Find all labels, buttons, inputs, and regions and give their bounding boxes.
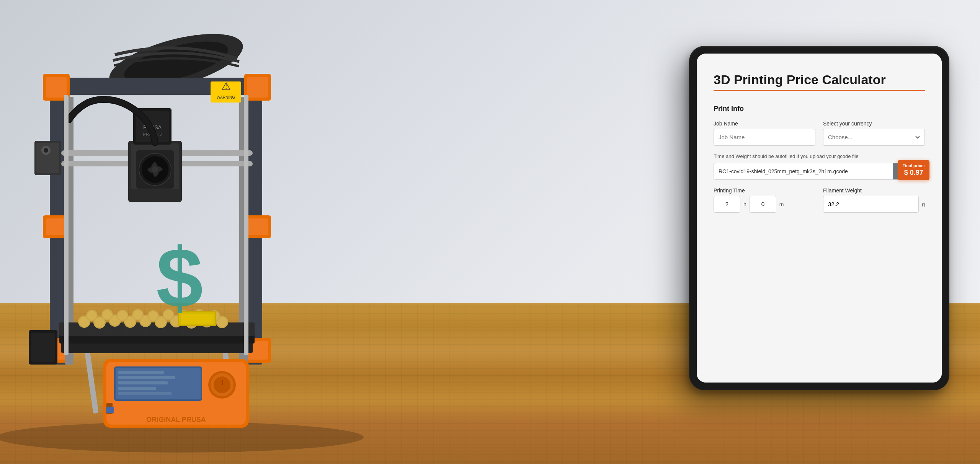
weight-input[interactable]: [823, 196, 919, 213]
svg-point-74: [103, 310, 112, 319]
currency-label: Select your currency: [823, 120, 925, 127]
filament-weight-group: Filament Weight g: [823, 187, 925, 213]
svg-rect-110: [106, 407, 114, 413]
svg-rect-11: [46, 218, 67, 235]
section-title: Print Info: [714, 105, 925, 113]
job-name-label: Job Name: [714, 120, 815, 127]
svg-point-78: [133, 310, 142, 319]
file-upload-row: RC1-covid19-shield_025mm_petg_mk3s_2h1m.…: [714, 163, 925, 180]
file-name-display: RC1-covid19-shield_025mm_petg_mk3s_2h1m.…: [714, 168, 893, 174]
svg-rect-7: [46, 77, 67, 98]
svg-rect-100: [118, 376, 175, 379]
hours-input[interactable]: [714, 196, 740, 213]
final-price-value: $ 0.97: [902, 168, 925, 177]
tablet-screen: 3D Printing Price Calculator Print Info …: [697, 54, 942, 383]
svg-text:$: $: [156, 231, 203, 325]
svg-rect-9: [247, 77, 268, 98]
job-currency-row: Job Name Select your currency Choose... …: [714, 120, 925, 146]
filament-weight-label: Filament Weight: [823, 187, 925, 194]
printing-time-group: Printing Time h m: [714, 187, 815, 213]
hours-unit: h: [743, 201, 746, 207]
weight-unit: g: [922, 201, 925, 207]
svg-point-76: [118, 311, 127, 320]
svg-text:WARNING: WARNING: [217, 95, 235, 99]
minutes-unit: m: [779, 201, 784, 207]
svg-point-35: [152, 166, 158, 173]
file-input-wrapper: RC1-covid19-shield_025mm_petg_mk3s_2h1m.…: [714, 163, 925, 180]
svg-rect-112: [244, 95, 248, 355]
svg-text:⚠: ⚠: [221, 80, 231, 92]
svg-text:ORIGINAL PRUSA: ORIGINAL PRUSA: [146, 416, 206, 423]
currency-group: Select your currency Choose... USD EUR: [823, 120, 925, 146]
job-name-input[interactable]: [714, 129, 815, 146]
time-weight-row: Printing Time h m Filament Weight: [714, 187, 925, 213]
svg-rect-102: [118, 387, 156, 390]
calculator-title: 3D Printing Price Calculator: [714, 72, 925, 88]
final-price-label: Final price:: [902, 163, 925, 168]
svg-rect-111: [64, 95, 69, 355]
svg-rect-107: [222, 380, 223, 385]
currency-select[interactable]: Choose... USD EUR: [823, 129, 925, 146]
svg-point-25: [44, 148, 48, 153]
final-price-badge: Final price: $ 0.97: [898, 160, 929, 181]
calculator-ui: 3D Printing Price Calculator Print Info …: [697, 54, 942, 383]
printing-time-label: Printing Time: [714, 187, 815, 194]
printer-illustration: PRUSA PRUSA i3: [0, 32, 486, 453]
tablet-device-container: 3D Printing Price Calculator Print Info …: [689, 46, 949, 390]
svg-rect-99: [118, 371, 164, 374]
time-inputs: h m: [714, 196, 815, 213]
tablet: 3D Printing Price Calculator Print Info …: [689, 46, 949, 390]
svg-point-72: [87, 311, 96, 320]
svg-rect-101: [118, 381, 168, 384]
title-underline: [714, 90, 925, 91]
minutes-input[interactable]: [750, 196, 776, 213]
svg-rect-36: [84, 348, 99, 414]
job-name-group: Job Name: [714, 120, 815, 146]
svg-rect-94: [31, 333, 55, 362]
svg-rect-13: [247, 218, 268, 235]
weight-input-row: g: [823, 196, 925, 213]
svg-rect-103: [118, 392, 172, 395]
hint-text: Time and Weight should be autofilled if …: [714, 153, 925, 159]
